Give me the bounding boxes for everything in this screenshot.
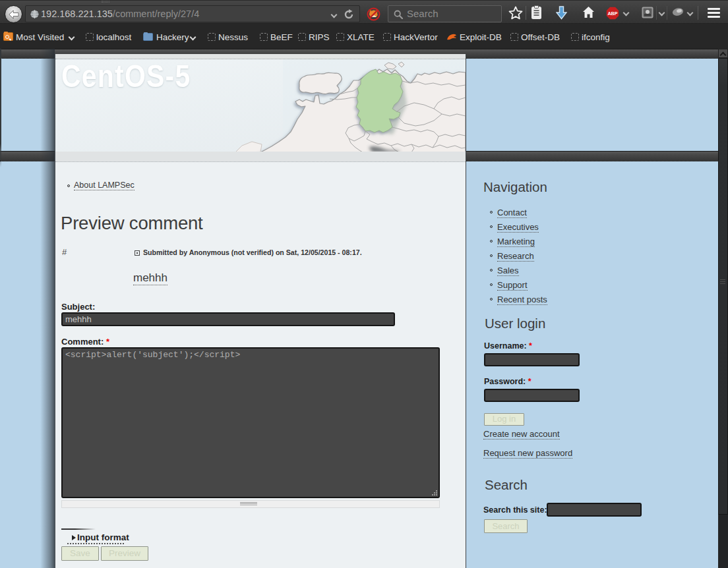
svg-text:ABP: ABP bbox=[607, 11, 617, 16]
